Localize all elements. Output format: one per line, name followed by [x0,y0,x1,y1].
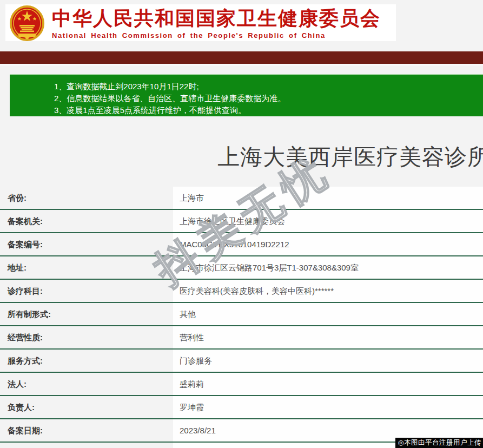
field-label: 备案机关: [8,210,43,232]
field-label: 备案编号: [8,233,43,255]
header-divider [0,64,483,65]
table-row: 地址:上海市徐汇区云锦路701号3层T1-307&308&309室 [0,256,483,280]
field-value: MAC03GYEX31010419D2212 [180,233,289,255]
field-value: 上海市 [180,187,204,209]
table-row: 诊疗科目:医疗美容科(美容皮肤科，美容中医科)****** [0,280,483,303]
field-value: 上海市徐汇区卫生健康委员会 [180,210,285,232]
site-title-cn: 中华人民共和国国家卫生健康委员会 [52,6,381,30]
field-label: 服务方式: [8,350,43,372]
field-value: 门诊服务 [180,350,212,372]
notice-line-3: 3、凌晨1点至凌晨5点系统进行维护，不能提供查询。 [54,104,483,116]
notice-line-1: 1、查询数据截止到2023年10月1日22时; [54,81,483,93]
site-title-en: National Health Commission of the People… [52,31,381,39]
field-label: 备案日期: [8,419,43,442]
image-credit-badge: ◎本图由平台注册用户上传 [395,438,483,448]
field-value: 罗坤霞 [180,396,204,418]
table-row: 经营性质:营利性 [0,326,483,350]
field-label: 所有制形式: [8,303,51,325]
record-table: 省份:上海市备案机关:上海市徐汇区卫生健康委员会备案编号:MAC03GYEX31… [0,187,483,443]
field-label: 法人: [8,373,27,395]
field-label: 负责人: [8,396,35,418]
field-value: 2023/8/21 [180,419,216,442]
table-row: 负责人:罗坤霞 [0,396,483,419]
field-value: 盛莉莉 [180,373,204,395]
field-label: 诊疗科目: [8,280,43,302]
field-value: 其他 [180,303,196,325]
field-label: 经营性质: [8,326,43,348]
table-row: 法人:盛莉莉 [0,373,483,396]
header-nav-bar [0,51,483,64]
notice-box: 1、查询数据截止到2023年10月1日22时; 2、信息数据结果以各省、自治区、… [10,74,483,116]
field-value: 上海市徐汇区云锦路701号3层T1-307&308&309室 [180,256,359,279]
field-value: 医疗美容科(美容皮肤科，美容中医科)****** [180,280,334,302]
clinic-name-title: 上海大美西岸医疗美容诊所 [217,142,483,172]
table-row: 省份:上海市 [0,187,483,210]
table-row: 所有制形式:其他 [0,303,483,326]
page: 中华人民共和国国家卫生健康委员会 National Health Commiss… [0,0,483,448]
table-row: 备案编号:MAC03GYEX31010419D2212 [0,233,483,256]
notice-line-2: 2、信息数据结果以各省、自治区、直辖市卫生健康委数据为准。 [54,93,483,104]
field-label: 省份: [8,187,27,209]
field-value: 营利性 [180,326,204,348]
field-label: 地址: [8,256,27,279]
table-row: 备案机关:上海市徐汇区卫生健康委员会 [0,210,483,233]
site-header: 中华人民共和国国家卫生健康委员会 National Health Commiss… [5,4,396,41]
table-row: 服务方式:门诊服务 [0,350,483,373]
national-emblem-icon [10,5,44,41]
